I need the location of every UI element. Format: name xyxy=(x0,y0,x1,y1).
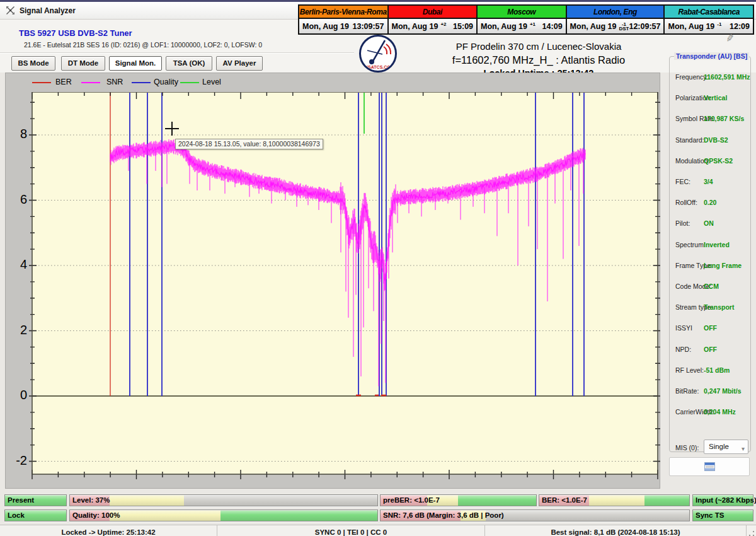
clock-utc-offset: +2 xyxy=(440,22,446,31)
tp-label-8: Spectrum: xyxy=(675,241,706,248)
clock-cell-0: Berlin-Paris-Vienna-RomaMon, Aug 1913:09… xyxy=(299,6,389,33)
clock-datetime: Mon, Aug 19+2 15:09 xyxy=(389,19,477,33)
resize-grip[interactable] xyxy=(748,530,755,536)
legend-swatch-quality xyxy=(132,82,151,83)
transponder-title: Transponder (AU) [BS] xyxy=(674,52,749,60)
mis-label: MIS (0): xyxy=(675,444,699,452)
gauge-present: Present xyxy=(4,494,67,506)
legend-swatch-ber xyxy=(32,82,51,83)
legend-label-ber: BER xyxy=(55,78,72,86)
logo-text: DXSATCS.COM xyxy=(362,65,394,69)
gauge-label-syncts: Sync TS xyxy=(693,510,753,521)
legend-swatch-snr xyxy=(81,82,100,83)
gauge-quality: Quality: 100% xyxy=(69,510,378,521)
tp-label-14: RF Level: xyxy=(675,366,704,374)
gauge-label-snr: SNR: 7,6 dB (Margin: 3,6 dB | Poor) xyxy=(381,510,689,521)
tab-av-player[interactable]: AV Player xyxy=(216,56,263,71)
tuner-name: TBS 5927 USB DVB-S2 Tuner xyxy=(19,28,132,38)
tp-value-10: CCM xyxy=(704,283,719,290)
tp-value-6: 0.20 xyxy=(704,199,716,206)
legend-swatch-level xyxy=(180,82,199,83)
gauge-level: Level: 37% xyxy=(69,494,378,506)
clock-time: 15:09 xyxy=(453,22,473,31)
tp-label-7: Pilot: xyxy=(675,219,690,227)
gauge-ber: BER: <1.0E-7 xyxy=(539,494,690,506)
clock-time: 12:09:57 xyxy=(629,22,660,31)
clock-datetime: Mon, Aug 1913:09:57 xyxy=(299,19,387,33)
clock-city: London, Eng xyxy=(567,6,664,19)
tab-tsa-ok[interactable]: TSA (OK) xyxy=(166,56,212,71)
mis-selected-value: Single xyxy=(709,443,729,450)
clock-date: Mon, Aug 19 xyxy=(302,22,349,31)
clock-city: Moscow xyxy=(478,6,566,19)
tp-value-15: 0,247 Mbit/s xyxy=(704,387,742,395)
tp-label-13: NPD: xyxy=(675,346,691,353)
signal-chart[interactable] xyxy=(25,92,661,483)
tp-value-4: QPSK-S2 xyxy=(704,157,733,165)
gauge-label-lock: Lock xyxy=(5,510,66,521)
clock-city: Rabat-Casablanca xyxy=(665,6,753,19)
tp-label-15: BitRate: xyxy=(675,387,699,395)
dxsatcs-logo: DXSATCS.COM xyxy=(359,35,397,73)
clock-cell-4: Rabat-CasablancaMon, Aug 19-1 12:09 xyxy=(665,6,753,33)
signal-chart-panel: BERSNRQualityLevel 86420-2 2024-08-18 15… xyxy=(5,73,660,489)
tp-value-8: Inverted xyxy=(704,241,730,248)
gauge-input: Input (~282 Kbps) xyxy=(692,494,753,506)
gauge-label-quality: Quality: 100% xyxy=(70,510,377,521)
clock-utc-offset: +1 xyxy=(530,22,536,31)
tab-dt-mode[interactable]: DT Mode xyxy=(61,56,105,71)
clock-date: Mon, Aug 19 xyxy=(668,22,714,31)
clock-time: 12:09 xyxy=(730,22,750,31)
clock-time: 13:09:57 xyxy=(352,22,384,31)
world-clock: Berlin-Paris-Vienna-RomaMon, Aug 1913:09… xyxy=(298,4,754,35)
gauge-snr: SNR: 7,6 dB (Margin: 3,6 dB | Poor) xyxy=(380,510,690,521)
clock-datetime: Mon, Aug 19-1 12:09 xyxy=(665,19,753,33)
header-divider xyxy=(0,52,354,54)
log-window-button[interactable] xyxy=(669,457,750,476)
app-antenna-icon xyxy=(6,6,15,15)
tp-label-3: Standard: xyxy=(675,136,704,144)
clock-datetime: Mon, Aug 19+1 14:09 xyxy=(478,19,566,33)
legend-label-snr: SNR xyxy=(106,78,123,86)
clock-cell-3: London, EngMon, Aug 19-1DST12:09:57 xyxy=(567,6,665,33)
header-zone: TBS 5927 USB DVB-S2 Tuner 21.6E - Eutels… xyxy=(0,20,756,73)
tp-value-2: 170,987 KS/s xyxy=(704,115,744,122)
mis-select[interactable]: Single ▾ xyxy=(704,440,748,454)
tuner-details: 21.6E - Eutelsat 21B SES 16 (ID: 0216) @… xyxy=(24,41,262,49)
gauge-label-input: Input (~282 Kbps) xyxy=(693,495,753,506)
clock-utc-offset: -1DST xyxy=(619,22,629,31)
status-sync-counters: SYNC 0 | TEI 0 | CC 0 xyxy=(217,525,485,536)
tp-label-12: ISSYI xyxy=(675,324,692,332)
log-window-icon xyxy=(704,462,715,471)
clock-date: Mon, Aug 19 xyxy=(570,22,617,31)
tp-value-5: 3/4 xyxy=(704,178,713,185)
tab-signal-mon[interactable]: Signal Mon. xyxy=(109,56,162,71)
signal-analyzer-window: Signal Analyzer TBS 5927 USB DVB-S2 Tune… xyxy=(0,0,756,536)
tp-label-6: RollOff: xyxy=(675,199,697,206)
tp-value-14: -51 dBm xyxy=(704,366,730,374)
tp-value-7: ON xyxy=(704,219,714,227)
tp-value-1: Vertical xyxy=(704,94,727,102)
frequency-label: f=11602,760 MHz_H_ : Atlantis Radio xyxy=(413,54,665,66)
status-lock-uptime: Locked -> Uptime: 25:13:42 xyxy=(0,525,217,536)
clock-utc-offset: -1 xyxy=(717,22,721,31)
clock-cell-1: DubaiMon, Aug 19+2 15:09 xyxy=(389,6,478,33)
gauge-lock: Lock xyxy=(4,510,67,521)
tp-value-3: DVB-S2 xyxy=(704,136,728,144)
status-best-signal: Best signal: 8,1 dB (2024-08-18 15:13) xyxy=(485,525,747,536)
gauge-label-present: Present xyxy=(5,495,66,506)
tp-label-5: FEC: xyxy=(675,178,690,185)
clock-date: Mon, Aug 19 xyxy=(392,22,438,31)
gauge-label-ber: BER: <1.0E-7 xyxy=(539,495,689,506)
gauge-label-preber: preBER: <1.0E-7 xyxy=(381,495,536,506)
tp-value-13: OFF xyxy=(704,346,717,353)
tp-value-0: 11602,591 MHz xyxy=(704,73,750,81)
tp-value-11: Transport xyxy=(704,303,734,311)
gauge-preber: preBER: <1.0E-7 xyxy=(380,494,537,506)
dish-site-label: PF Prodelin 370 cm / Lucenec-Slovakia xyxy=(413,41,665,52)
tab-bs-mode[interactable]: BS Mode xyxy=(11,56,55,71)
gauge-syncts: Sync TS xyxy=(692,510,753,521)
status-bar: Locked -> Uptime: 25:13:42 SYNC 0 | TEI … xyxy=(0,525,756,536)
clock-date: Mon, Aug 19 xyxy=(481,22,527,31)
gauge-label-level: Level: 37% xyxy=(70,495,377,506)
